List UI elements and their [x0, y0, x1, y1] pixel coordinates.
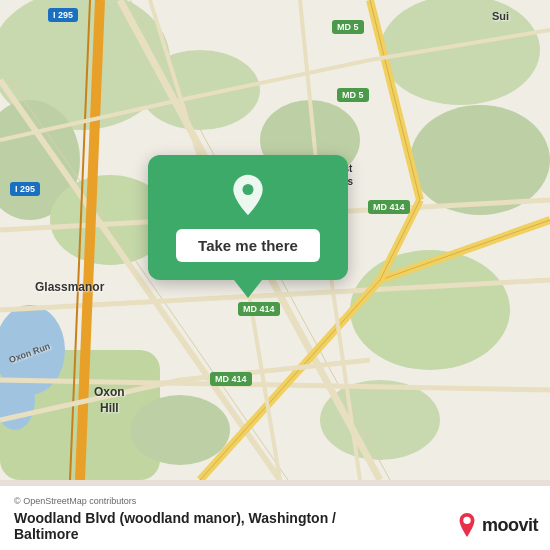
place-label-oxon-run: Oxon Run	[8, 341, 52, 365]
location-title: Woodland Blvd (woodland manor), Washingt…	[14, 510, 336, 542]
road-label-md414-right: MD 414	[368, 200, 410, 214]
svg-point-6	[410, 105, 550, 215]
cta-tail	[234, 280, 262, 298]
svg-point-13	[0, 370, 35, 430]
place-label-sui: Sui	[492, 10, 509, 22]
svg-line-30	[70, 0, 90, 480]
road-label-i295-mid: I 295	[10, 182, 40, 196]
bottom-bar: © OpenStreetMap contributors Woodland Bl…	[0, 485, 550, 550]
svg-point-1	[0, 0, 170, 130]
svg-line-20	[0, 380, 550, 390]
svg-point-11	[130, 395, 230, 465]
svg-line-31	[0, 100, 180, 140]
svg-line-38	[250, 300, 280, 480]
svg-line-36	[150, 0, 200, 160]
take-me-there-button[interactable]: Take me there	[176, 229, 320, 262]
cta-popup: Take me there	[148, 155, 348, 298]
road-label-md414-mid: MD 414	[238, 302, 280, 316]
svg-point-7	[350, 250, 510, 370]
moovit-pin-icon	[457, 512, 477, 538]
cta-card: Take me there	[148, 155, 348, 280]
svg-line-35	[180, 360, 370, 380]
place-label-glassmanor: Glassmanor	[35, 280, 104, 294]
moovit-brand-text: moovit	[482, 515, 538, 536]
map-container: I 295 I 295 MD 5 MD 5 MD 414 MD 414 MD 4…	[0, 0, 550, 550]
svg-point-10	[320, 380, 440, 460]
location-pin-icon	[226, 173, 270, 217]
attribution: © OpenStreetMap contributors	[14, 496, 536, 506]
svg-line-25	[370, 0, 420, 200]
svg-line-26	[370, 0, 420, 200]
svg-rect-4	[0, 350, 160, 480]
road-label-md5-mid: MD 5	[337, 88, 369, 102]
svg-line-34	[0, 380, 180, 420]
svg-point-42	[463, 517, 470, 524]
svg-point-5	[380, 0, 540, 105]
svg-line-24	[380, 220, 550, 280]
road-label-md5-top: MD 5	[332, 20, 364, 34]
place-label-oxon-hill: OxonHill	[94, 385, 125, 416]
road-label-i295-top: I 295	[48, 8, 78, 22]
svg-line-33	[370, 30, 550, 60]
svg-line-23	[380, 220, 550, 280]
svg-point-8	[140, 50, 260, 130]
svg-point-2	[0, 100, 80, 220]
moovit-logo: moovit	[457, 512, 538, 538]
road-label-md414-bottom: MD 414	[210, 372, 252, 386]
svg-point-41	[243, 184, 254, 195]
